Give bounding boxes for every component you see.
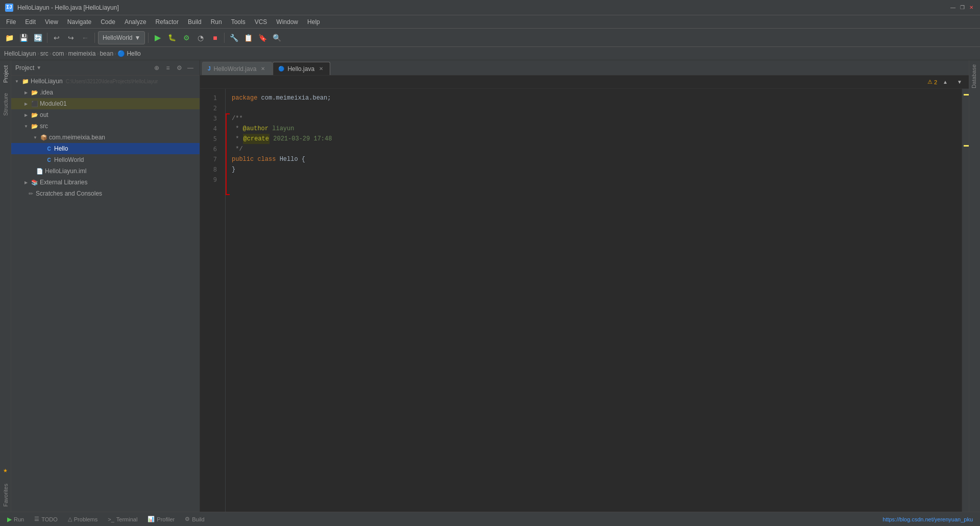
warnings-up-button[interactable]: ▲ bbox=[939, 76, 951, 88]
problems-icon: △ bbox=[68, 516, 72, 522]
warnings-down-button[interactable]: ▼ bbox=[953, 76, 966, 88]
todo-status-button[interactable]: ☰ TODO bbox=[31, 515, 61, 523]
idea-arrow: ▶ bbox=[22, 89, 30, 96]
minimize-button[interactable]: — bbox=[949, 4, 957, 11]
idea-folder-icon: 📂 bbox=[31, 88, 39, 97]
breadcrumb-hello[interactable]: 🔵 Hello bbox=[117, 50, 141, 57]
favorites-star-icon[interactable]: ★ bbox=[0, 462, 12, 479]
scratches-arrow bbox=[22, 190, 26, 197]
project-selector[interactable]: HelloWorld ▼ bbox=[98, 31, 145, 44]
collapse-all-button[interactable]: ≡ bbox=[163, 63, 173, 73]
debug-button[interactable]: 🐛 bbox=[166, 32, 178, 44]
redo-button[interactable]: ↪ bbox=[65, 32, 77, 44]
tree-package[interactable]: ▼ 📦 com.meimeixia.bean bbox=[11, 132, 200, 143]
hello-tab-close[interactable]: ✕ bbox=[317, 65, 325, 73]
menu-vcs[interactable]: VCS bbox=[251, 17, 272, 27]
line-num-2: 2 bbox=[200, 103, 221, 113]
hello-tab-label: Hello.java bbox=[287, 65, 314, 73]
code-line-5: * @create 2021-03-29 17:48 bbox=[232, 134, 955, 144]
breadcrumb-com[interactable]: com bbox=[53, 50, 64, 57]
url-link[interactable]: https://blog.csdn.net/yerenyuan_pku bbox=[879, 515, 976, 523]
database-tab[interactable]: Database bbox=[969, 60, 980, 92]
breadcrumb-src[interactable]: src bbox=[40, 50, 48, 57]
tree-hello-java[interactable]: C Hello bbox=[11, 143, 200, 154]
warning-count: 2 bbox=[934, 79, 937, 85]
title-bar-left: IJ HelloLiayun - Hello.java [HelloLiayun… bbox=[5, 4, 119, 12]
run-status-button[interactable]: ▶ Run bbox=[4, 515, 27, 524]
sidebar-item-favorites[interactable]: Favorites bbox=[1, 479, 10, 512]
panel-settings-button[interactable]: ⚙ bbox=[174, 63, 184, 73]
idea-label: .idea bbox=[40, 89, 53, 96]
code-line-7: public class Hello { bbox=[232, 154, 955, 164]
menu-window[interactable]: Window bbox=[272, 17, 302, 27]
back-button[interactable]: ← bbox=[79, 32, 91, 44]
code-line-1: package com.meimeixia.bean; bbox=[232, 93, 955, 103]
package-label: com.meimeixia.bean bbox=[49, 134, 105, 141]
out-arrow: ▶ bbox=[22, 111, 30, 118]
breadcrumb: HelloLiayun › src › com › meimeixia › be… bbox=[0, 47, 980, 60]
tree-helloworld-java[interactable]: C HelloWorld bbox=[11, 154, 200, 165]
menu-view[interactable]: View bbox=[41, 17, 62, 27]
out-label: out bbox=[40, 111, 48, 118]
menu-help[interactable]: Help bbox=[303, 17, 324, 27]
run-with-coverage-button[interactable]: ◔ bbox=[194, 32, 207, 44]
tree-iml-file[interactable]: 📄 HelloLiayun.iml bbox=[11, 165, 200, 177]
sidebar-item-structure[interactable]: Structure bbox=[1, 88, 10, 121]
menu-build[interactable]: Build bbox=[184, 17, 206, 27]
menu-tools[interactable]: Tools bbox=[227, 17, 250, 27]
sidebar-item-project[interactable]: Project bbox=[1, 60, 10, 88]
sdk-settings-button[interactable]: 🔧 bbox=[228, 32, 240, 44]
module01-label: Module01 bbox=[40, 100, 67, 107]
tree-idea-folder[interactable]: ▶ 📂 .idea bbox=[11, 87, 200, 98]
line-num-7: 7 bbox=[200, 154, 221, 164]
tab-helloworld[interactable]: J HelloWorld.java ✕ bbox=[202, 62, 272, 75]
tree-scratches[interactable]: ✏ Scratches and Consoles bbox=[11, 188, 200, 199]
root-label: HelloLiayun bbox=[31, 78, 63, 85]
menu-edit[interactable]: Edit bbox=[21, 17, 40, 27]
save-all-button[interactable]: 💾 bbox=[17, 32, 30, 44]
menu-analyze[interactable]: Analyze bbox=[120, 17, 151, 27]
bookmark-button[interactable]: 🔖 bbox=[256, 32, 268, 44]
breadcrumb-bean[interactable]: bean bbox=[100, 50, 113, 57]
menu-file[interactable]: File bbox=[2, 17, 20, 27]
undo-button[interactable]: ↩ bbox=[51, 32, 63, 44]
breadcrumb-meimeixia[interactable]: meimeixia bbox=[68, 50, 95, 57]
project-selector-label: HelloWorld bbox=[103, 34, 132, 41]
src-label: src bbox=[40, 123, 48, 130]
tree-out-folder[interactable]: ▶ 📂 out bbox=[11, 109, 200, 121]
panel-close-button[interactable]: — bbox=[185, 63, 195, 73]
locate-in-tree-button[interactable]: ⊕ bbox=[152, 63, 162, 73]
scratches-label: Scratches and Consoles bbox=[36, 190, 102, 197]
tab-hello[interactable]: 🔵 Hello.java ✕ bbox=[273, 62, 330, 75]
menu-code[interactable]: Code bbox=[96, 17, 119, 27]
panel-dropdown-icon[interactable]: ▼ bbox=[36, 65, 41, 70]
menu-navigate[interactable]: Navigate bbox=[63, 17, 95, 27]
tree-src-folder[interactable]: ▼ 📂 src bbox=[11, 121, 200, 132]
breadcrumb-helloliayun[interactable]: HelloLiayun bbox=[4, 50, 36, 57]
problems-status-button[interactable]: △ Problems bbox=[65, 515, 101, 523]
structure-view-button[interactable]: 📋 bbox=[242, 32, 254, 44]
run-button[interactable]: ▶ bbox=[152, 32, 164, 44]
build-status-button[interactable]: ⚙ Build bbox=[182, 515, 207, 523]
menu-refactor[interactable]: Refactor bbox=[152, 17, 183, 27]
run-config-button[interactable]: ⚙ bbox=[180, 32, 192, 44]
tree-root-helloliayun[interactable]: ▼ 📁 HelloLiayun C:\Users\32120\IdeaProje… bbox=[11, 76, 200, 87]
tree-external-libraries[interactable]: ▶ 📚 External Libraries bbox=[11, 177, 200, 188]
title-bar-controls: — ❐ ✕ bbox=[949, 4, 975, 11]
profiler-status-button[interactable]: 📊 Profiler bbox=[144, 515, 178, 523]
close-button[interactable]: ✕ bbox=[968, 4, 975, 11]
maximize-button[interactable]: ❐ bbox=[959, 4, 966, 11]
code-line-8: } bbox=[232, 164, 955, 175]
right-gutter bbox=[962, 89, 969, 512]
editor-top-bar: ⚠ 2 ▲ ▼ bbox=[200, 76, 969, 89]
terminal-status-button[interactable]: >_ Terminal bbox=[105, 515, 140, 523]
search-everywhere-button[interactable]: 🔍 bbox=[271, 32, 283, 44]
tree-module01[interactable]: ▶ ⬛ Module01 bbox=[11, 98, 200, 109]
stop-button[interactable]: ■ bbox=[209, 32, 221, 44]
helloworld-tab-close[interactable]: ✕ bbox=[259, 65, 266, 73]
menu-run[interactable]: Run bbox=[207, 17, 226, 27]
code-area[interactable]: package com.meimeixia.bean; /** * @autho… bbox=[226, 89, 962, 512]
open-project-button[interactable]: 📁 bbox=[3, 32, 15, 44]
code-line-4: * @author liayun bbox=[232, 124, 955, 134]
synchronize-button[interactable]: 🔄 bbox=[32, 32, 44, 44]
